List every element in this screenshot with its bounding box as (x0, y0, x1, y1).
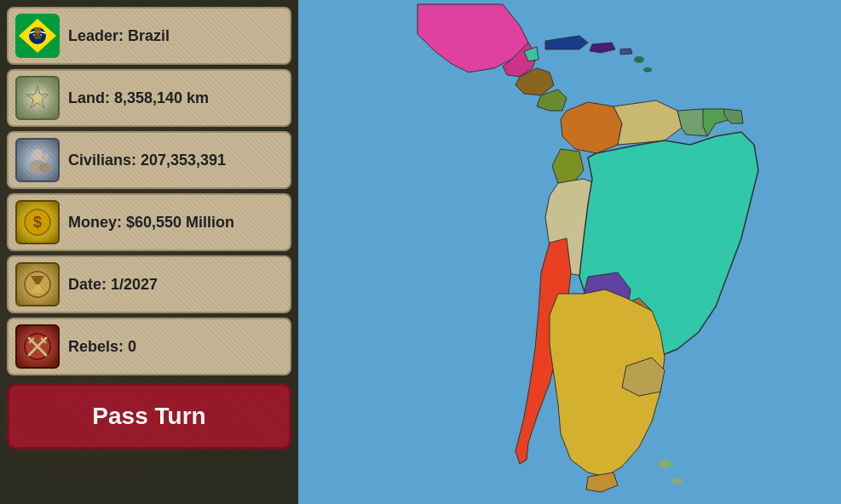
leader-row: Leader: Brazil (7, 7, 291, 65)
civilians-label: Civilians: 207,353,391 (68, 152, 226, 169)
svg-point-11 (32, 149, 43, 159)
date-label: Date: 1/2027 (68, 276, 158, 294)
map-svg (298, 0, 841, 504)
land-row: Land: 8,358,140 km (7, 69, 291, 127)
map-panel[interactable] (298, 0, 841, 504)
svg-text:$: $ (33, 214, 42, 231)
date-row: Date: 1/2027 (7, 255, 291, 313)
svg-point-27 (643, 67, 652, 72)
land-icon (15, 76, 60, 120)
rebels-icon (15, 324, 60, 369)
svg-point-13 (42, 153, 49, 160)
svg-point-10 (33, 94, 42, 102)
svg-rect-8 (34, 34, 41, 39)
brazil-flag-icon (15, 14, 60, 58)
date-icon (15, 262, 60, 306)
civilians-icon (15, 138, 60, 182)
svg-point-14 (39, 163, 51, 173)
leader-label: Leader: Brazil (68, 27, 170, 45)
civilians-row: Civilians: 207,353,391 (7, 131, 291, 189)
svg-point-7 (34, 27, 41, 34)
rebels-label: Rebels: 0 (68, 338, 136, 356)
land-label: Land: 8,358,140 km (68, 89, 209, 107)
rebels-row: Rebels: 0 (7, 318, 291, 375)
pass-turn-label: Pass Turn (92, 403, 205, 430)
money-row: $ Money: $60,550 Million (7, 193, 291, 251)
pass-turn-button[interactable]: Pass Turn (7, 383, 291, 450)
left-panel: Leader: Brazil Land: 8,358,140 km Civili… (0, 0, 298, 504)
svg-point-28 (658, 460, 671, 468)
svg-point-26 (634, 56, 644, 63)
svg-point-29 (672, 478, 683, 484)
money-label: Money: $60,550 Million (68, 214, 234, 232)
money-icon: $ (15, 200, 60, 244)
